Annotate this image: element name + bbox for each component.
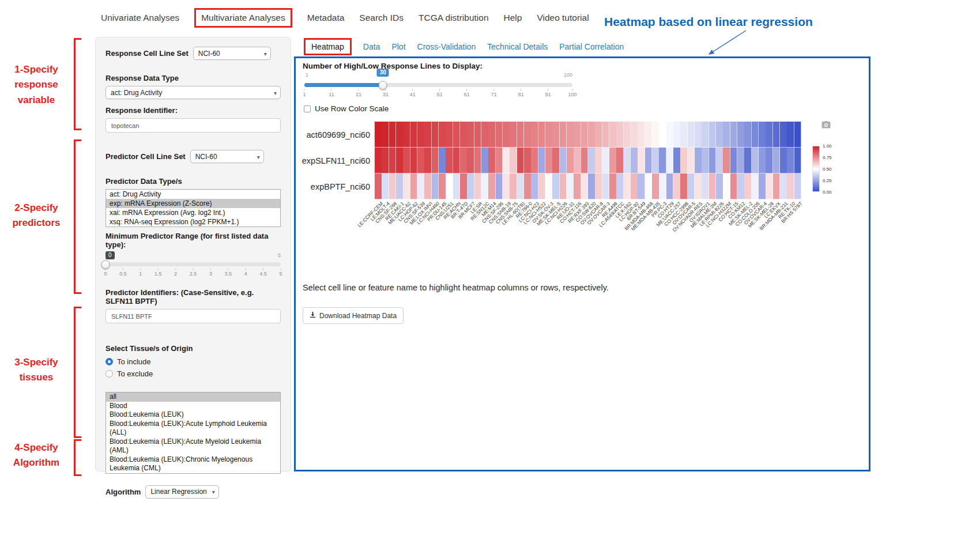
- heatmap-cell[interactable]: [631, 173, 638, 199]
- heatmap-cell[interactable]: [496, 122, 503, 148]
- heatmap-cell[interactable]: [389, 148, 397, 173]
- list-option[interactable]: exp: mRNA Expression (Z-Score): [106, 199, 280, 208]
- heatmap-cell[interactable]: [474, 122, 482, 148]
- heatmap-cell[interactable]: [752, 122, 759, 148]
- nav-item-tcga-distribution[interactable]: TCGA distribution: [419, 9, 488, 27]
- heatmap-cell[interactable]: [673, 148, 681, 173]
- heatmap-cell[interactable]: [538, 173, 546, 199]
- heatmap-cell[interactable]: [752, 173, 759, 199]
- nav-item-univariate-analyses[interactable]: Univariate Analyses: [101, 9, 179, 27]
- slider-handle[interactable]: [101, 260, 110, 269]
- tab-data[interactable]: Data: [363, 42, 380, 51]
- heatmap-cell[interactable]: [538, 148, 546, 173]
- heatmap-cell[interactable]: [517, 122, 525, 148]
- heatmap-cell[interactable]: [517, 173, 525, 199]
- heatmap-cell[interactable]: [467, 148, 474, 173]
- heatmap-cell[interactable]: [375, 173, 382, 199]
- heatmap-cell[interactable]: [396, 173, 404, 199]
- heatmap-cell[interactable]: [531, 173, 538, 199]
- heatmap-cell[interactable]: [652, 148, 659, 173]
- heatmap-cell[interactable]: [766, 148, 773, 173]
- heatmap-cell[interactable]: [510, 148, 517, 173]
- heatmap-cell[interactable]: [488, 173, 496, 199]
- heatmap-cell[interactable]: [417, 173, 425, 199]
- heatmap-cell[interactable]: [424, 173, 432, 199]
- heatmap-cell[interactable]: [375, 122, 382, 148]
- heatmap-cell[interactable]: [560, 122, 567, 148]
- nav-item-multivariate-analyses[interactable]: Multivariate Analyses: [194, 8, 292, 28]
- heatmap-cell[interactable]: [794, 122, 802, 148]
- heatmap-cell[interactable]: [638, 122, 645, 148]
- heatmap-cell[interactable]: [794, 173, 802, 199]
- heatmap-cell[interactable]: [432, 148, 439, 173]
- tissue-exclude-radio[interactable]: To exclude: [105, 369, 281, 378]
- heatmap-cell[interactable]: [531, 148, 538, 173]
- list-option[interactable]: all: [106, 393, 280, 402]
- slider-track[interactable]: [304, 83, 572, 87]
- heatmap-cell[interactable]: [552, 173, 560, 199]
- heatmap-cell[interactable]: [524, 122, 532, 148]
- heatmap-cell[interactable]: [552, 148, 560, 173]
- heatmap-cell[interactable]: [631, 122, 638, 148]
- heatmap-cell[interactable]: [432, 122, 439, 148]
- heatmap-cell[interactable]: [439, 148, 446, 173]
- heatmap-cell[interactable]: [780, 122, 787, 148]
- list-option[interactable]: Blood:Leukemia (LEUK):Acute Lymphoid Leu…: [106, 420, 280, 437]
- heatmap-cell[interactable]: [752, 148, 759, 173]
- heatmap-cell[interactable]: [581, 148, 589, 173]
- heatmap-cell[interactable]: [638, 148, 645, 173]
- heatmap-cell[interactable]: [716, 173, 723, 199]
- heatmap-cell[interactable]: [723, 148, 730, 173]
- heatmap-cell[interactable]: [602, 122, 610, 148]
- heatmap-cell[interactable]: [574, 122, 581, 148]
- heatmap-cell[interactable]: [645, 122, 653, 148]
- heatmap-cell[interactable]: [744, 148, 752, 173]
- tab-heatmap[interactable]: Heatmap: [304, 38, 352, 55]
- heatmap-cell[interactable]: [723, 173, 730, 199]
- heatmap-cell[interactable]: [616, 148, 624, 173]
- min-predictor-range-slider[interactable]: 0 5 00.511.522.533.544.55: [105, 252, 281, 281]
- nav-item-search-ids[interactable]: Search IDs: [359, 9, 404, 27]
- heatmap-cell[interactable]: [567, 148, 574, 173]
- heatmap-cell[interactable]: [759, 122, 766, 148]
- heatmap-cell[interactable]: [410, 173, 418, 199]
- list-option[interactable]: Blood:Leukemia (LEUK):Acute Myeloid Leuk…: [106, 437, 280, 455]
- heatmap-cell[interactable]: [659, 148, 666, 173]
- heatmap-cell[interactable]: [659, 122, 666, 148]
- heatmap-cell[interactable]: [389, 173, 397, 199]
- tab-plot[interactable]: Plot: [391, 42, 405, 51]
- heatmap-cell[interactable]: [645, 148, 653, 173]
- heatmap-cell[interactable]: [503, 173, 510, 199]
- heatmap-cell[interactable]: [410, 148, 418, 173]
- heatmap-cell[interactable]: [581, 122, 589, 148]
- heatmap-cell[interactable]: [446, 148, 453, 173]
- heatmap-cell[interactable]: [702, 122, 709, 148]
- heatmap-cell[interactable]: [446, 173, 453, 199]
- heatmap-cell[interactable]: [695, 173, 702, 199]
- heatmap-cell[interactable]: [737, 148, 745, 173]
- heatmap-cell[interactable]: [595, 122, 602, 148]
- download-heatmap-data-button[interactable]: Download Heatmap Data: [303, 307, 404, 324]
- heatmap-cell[interactable]: [524, 148, 532, 173]
- heatmap-row-label[interactable]: expBPTF_nci60: [300, 173, 374, 199]
- heatmap-cell[interactable]: [730, 173, 738, 199]
- heatmap-cell[interactable]: [744, 122, 752, 148]
- heatmap-cell[interactable]: [510, 173, 517, 199]
- response-identifier-input[interactable]: [105, 118, 281, 133]
- tissue-listbox[interactable]: allBloodBlood:Leukemia (LEUK)Blood:Leuke…: [105, 392, 281, 474]
- heatmap-cell[interactable]: [446, 122, 453, 148]
- heatmap-cell[interactable]: [688, 173, 695, 199]
- heatmap-cell[interactable]: [552, 122, 560, 148]
- response-cell-line-set-select[interactable]: NCI-60 ▾: [193, 47, 271, 60]
- heatmap-cell[interactable]: [759, 173, 766, 199]
- heatmap-cell[interactable]: [666, 122, 674, 148]
- heatmap-cell[interactable]: [545, 148, 553, 173]
- heatmap-cell[interactable]: [794, 148, 802, 173]
- list-option[interactable]: xsq: RNA-seq Expression (log2 FPKM+1.): [106, 217, 280, 227]
- heatmap-cell[interactable]: [410, 122, 418, 148]
- heatmap-row-label[interactable]: act609699_nci60: [300, 122, 374, 148]
- heatmap-cell[interactable]: [695, 148, 702, 173]
- heatmap-cell[interactable]: [467, 173, 474, 199]
- nav-item-help[interactable]: Help: [504, 9, 522, 27]
- heatmap-cell[interactable]: [503, 122, 510, 148]
